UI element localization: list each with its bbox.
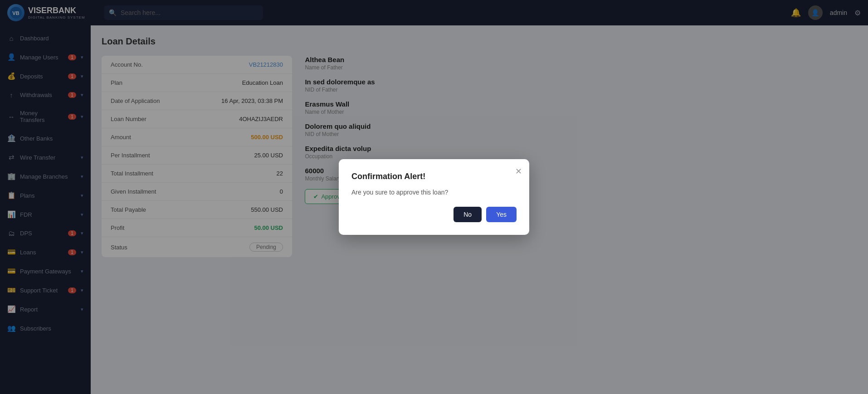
modal-body: Are you sure to approve this loan? — [351, 189, 517, 196]
modal-title: Confirmation Alert! — [351, 172, 517, 181]
modal-yes-button[interactable]: Yes — [486, 207, 517, 222]
modal-close-button[interactable]: ✕ — [515, 166, 522, 176]
modal-footer: No Yes — [351, 207, 517, 222]
confirmation-modal: ✕ Confirmation Alert! Are you sure to ap… — [339, 159, 529, 235]
modal-no-button[interactable]: No — [454, 207, 482, 222]
modal-overlay[interactable]: ✕ Confirmation Alert! Are you sure to ap… — [0, 0, 868, 394]
